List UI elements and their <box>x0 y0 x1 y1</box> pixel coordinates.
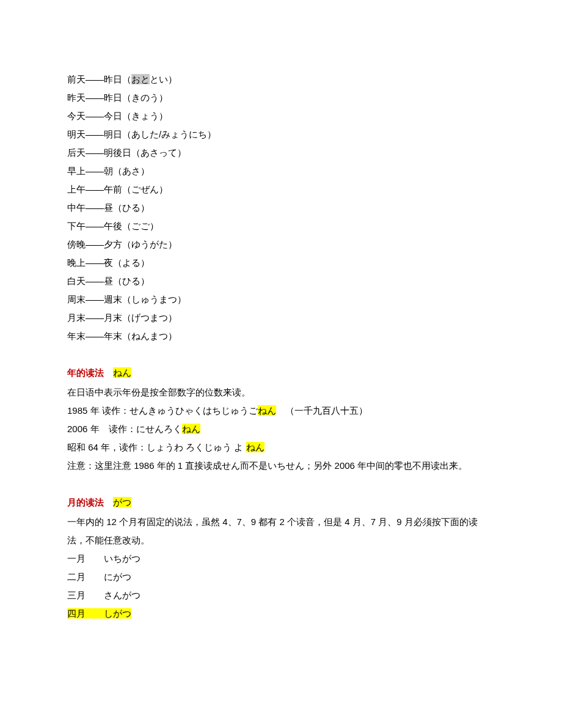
highlight-gray: おと <box>131 74 150 84</box>
section-heading-month: 月的读法 がつ <box>67 493 495 512</box>
highlight-yellow: ねん <box>258 405 276 416</box>
vocab-text: 下午——午後（ごご） <box>67 221 159 231</box>
body-text: 三月 さんがつ <box>67 590 140 600</box>
body-text: 一年内的 12 个月有固定的说法，虽然 4、7、9 都有 2 个读音，但是 4 … <box>67 517 478 545</box>
vocab-item: 周末——週末（しゅうまつ） <box>67 290 495 309</box>
heading-title: 月的读法 <box>67 497 104 507</box>
year-note: 注意：这里注意 1986 年的 1 直接读成せん而不是いちせん；另外 2006 … <box>67 457 495 475</box>
vocab-text: 上午——午前（ごぜん） <box>67 184 168 194</box>
vocab-text: 晚上——夜（よる） <box>67 257 150 268</box>
year-example: 昭和 64 年，读作：しょうわ ろくじゅう よ ねん <box>67 438 495 457</box>
vocab-text: 周末——週末（しゅうまつ） <box>67 294 186 304</box>
vocab-text-pre: 前天——昨日（ <box>67 74 131 84</box>
vocab-item: 上午——午前（ごぜん） <box>67 180 495 199</box>
year-example: 1985 年 读作：せんきゅうひゃくはちじゅうごねん （一千九百八十五） <box>67 402 495 420</box>
vocab-item: 昨天——昨日（きのう） <box>67 89 495 107</box>
highlight-yellow: ねん <box>182 424 200 434</box>
vocab-item: 白天——昼（ひる） <box>67 272 495 290</box>
section-spacer <box>67 475 495 493</box>
month-item: 一月 いちがつ <box>67 550 495 568</box>
vocab-item: 今天——今日（きょう） <box>67 107 495 125</box>
vocab-item: 前天——昨日（おととい） <box>67 70 495 89</box>
month-intro: 一年内的 12 个月有固定的说法，虽然 4、7、9 都有 2 个读音，但是 4 … <box>67 513 495 550</box>
vocab-item: 明天——明日（あした/みょうにち） <box>67 125 495 144</box>
vocab-text: 昨天——昨日（きのう） <box>67 92 168 103</box>
vocab-item: 傍晚——夕方（ゆうがた） <box>67 235 495 254</box>
year-intro: 在日语中表示年份是按全部数字的位数来读。 <box>67 383 495 402</box>
heading-title: 年的读法 <box>67 367 104 378</box>
highlight-yellow: ねん <box>246 442 265 452</box>
highlight-yellow: 四月 しがつ <box>67 608 131 619</box>
vocab-text: 早上——朝（あさ） <box>67 166 150 176</box>
vocab-text: 今天——今日（きょう） <box>67 111 168 121</box>
vocab-item: 下午——午後（ごご） <box>67 217 495 235</box>
body-text: 2006 年 读作：にせんろく <box>67 424 182 434</box>
vocab-text-post: とい） <box>150 74 177 84</box>
vocab-text: 月末——月末（げつまつ） <box>67 312 177 323</box>
month-item: 二月 にがつ <box>67 568 495 586</box>
year-example: 2006 年 读作：にせんろくねん <box>67 420 495 438</box>
vocab-text: 傍晚——夕方（ゆうがた） <box>67 239 177 249</box>
month-item: 三月 さんがつ <box>67 586 495 605</box>
vocab-text: 年末——年末（ねんまつ） <box>67 331 177 341</box>
vocab-item: 后天——明後日（あさって） <box>67 144 495 162</box>
body-text: 在日语中表示年份是按全部数字的位数来读。 <box>67 387 250 397</box>
vocab-item: 月末——月末（げつまつ） <box>67 309 495 327</box>
vocab-item: 晚上——夜（よる） <box>67 254 495 272</box>
body-text: 一月 いちがつ <box>67 553 140 564</box>
body-text: 二月 にがつ <box>67 572 131 582</box>
section-heading-year: 年的读法 ねん <box>67 364 495 382</box>
vocab-item: 年末——年末（ねんまつ） <box>67 327 495 345</box>
vocab-text: 白天——昼（ひる） <box>67 276 150 286</box>
body-text: 昭和 64 年，读作：しょうわ ろくじゅう よ <box>67 442 246 452</box>
section-spacer <box>67 345 495 364</box>
vocab-text: 中午——昼（ひる） <box>67 202 150 213</box>
month-item: 四月 しがつ <box>67 605 495 623</box>
vocab-item: 早上——朝（あさ） <box>67 162 495 180</box>
vocab-item: 中午——昼（ひる） <box>67 199 495 217</box>
heading-tag: ねん <box>113 367 131 378</box>
vocab-text: 明天——明日（あした/みょうにち） <box>67 129 216 139</box>
vocab-text: 后天——明後日（あさって） <box>67 147 186 158</box>
body-text: 注意：这里注意 1986 年的 1 直接读成せん而不是いちせん；另外 2006 … <box>67 460 467 471</box>
body-text: （一千九百八十五） <box>276 405 368 416</box>
heading-tag: がつ <box>113 497 131 507</box>
body-text: 1985 年 读作：せんきゅうひゃくはちじゅうご <box>67 405 258 416</box>
document-page: 前天——昨日（おととい） 昨天——昨日（きのう） 今天——今日（きょう） 明天—… <box>0 0 562 660</box>
